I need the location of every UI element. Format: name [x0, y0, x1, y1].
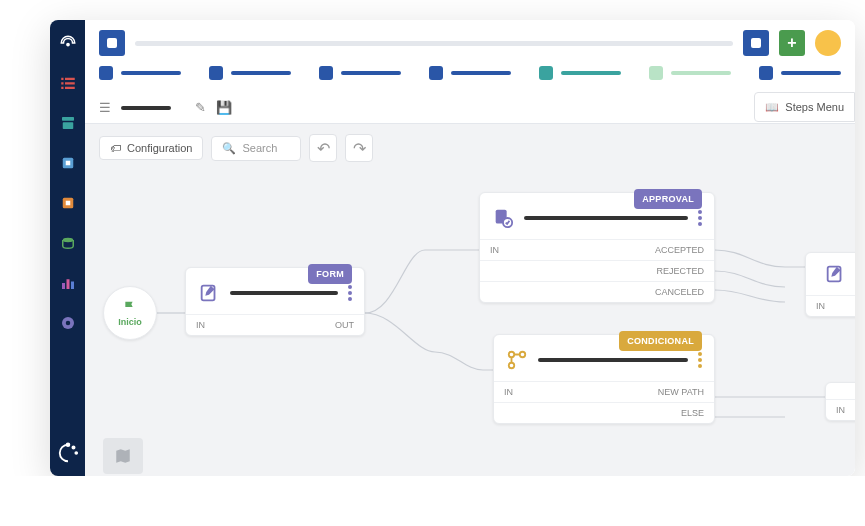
right-mini-node[interactable]: IN — [825, 382, 855, 421]
port-newpath: NEW PATH — [658, 387, 704, 397]
branch-icon — [506, 349, 528, 371]
tabs — [85, 66, 855, 92]
svg-point-13 — [62, 238, 73, 243]
conditional-menu-icon[interactable] — [698, 352, 702, 368]
form-tag: FORM — [308, 264, 352, 284]
conditional-node[interactable]: CONDICIONAL INNEW PATH ELSE — [493, 334, 715, 424]
svg-rect-2 — [65, 78, 75, 80]
svg-point-25 — [509, 352, 515, 358]
finance-icon[interactable] — [57, 232, 79, 254]
svg-rect-12 — [65, 201, 70, 206]
page-title — [135, 41, 733, 46]
form-menu-icon[interactable] — [348, 285, 352, 301]
conditional-title — [538, 358, 688, 362]
svg-rect-10 — [65, 161, 70, 166]
port-in: IN — [504, 387, 513, 397]
form-node[interactable]: FORM INOUT — [185, 267, 365, 336]
approval-title — [524, 216, 688, 220]
port-else: ELSE — [681, 408, 704, 418]
workspace: ☰ ✎ 💾 ⬇ ⛶ 🏷 Configuration 🔍 Search ↶ ↷ — [85, 92, 855, 476]
dashboard-icon[interactable] — [57, 32, 79, 54]
sidebar — [50, 20, 85, 476]
edit-mini-node[interactable]: IN — [805, 252, 855, 317]
svg-rect-5 — [61, 87, 63, 89]
add-button[interactable]: + — [779, 30, 805, 56]
tab[interactable] — [209, 66, 291, 80]
port-out: OUT — [335, 320, 354, 330]
edit-icon[interactable]: ✎ — [195, 100, 206, 115]
tab[interactable] — [429, 66, 511, 80]
svg-point-19 — [66, 443, 69, 446]
workspace-toolbar: ☰ ✎ 💾 ⬇ ⛶ — [85, 92, 855, 124]
conditional-tag: CONDICIONAL — [619, 331, 702, 351]
svg-point-0 — [66, 43, 68, 45]
undo-button[interactable]: ↶ — [309, 134, 337, 162]
app-frame: + ☰ ✎ 💾 ⬇ ⛶ 🏷 — [50, 20, 855, 476]
avatar[interactable] — [815, 30, 841, 56]
topbar: + — [85, 20, 855, 66]
settings-icon[interactable] — [57, 312, 79, 334]
module-b-icon[interactable] — [57, 192, 79, 214]
form-icon — [198, 282, 220, 304]
svg-point-18 — [65, 321, 70, 326]
svg-rect-8 — [62, 122, 73, 129]
search-input[interactable]: 🔍 Search — [211, 136, 301, 161]
approval-tag: APPROVAL — [634, 189, 702, 209]
svg-rect-15 — [66, 279, 69, 289]
list-icon[interactable] — [57, 72, 79, 94]
port-in: IN — [836, 405, 845, 415]
svg-rect-7 — [62, 117, 74, 121]
canvas[interactable]: Inicio FORM INOUT APPROVAL — [85, 172, 855, 476]
minimap-button[interactable] — [103, 438, 143, 474]
svg-rect-6 — [65, 87, 75, 89]
main: + ☰ ✎ 💾 ⬇ ⛶ 🏷 — [85, 20, 855, 476]
port-in: IN — [816, 301, 825, 311]
module-a-icon[interactable] — [57, 152, 79, 174]
edit-icon — [824, 263, 846, 285]
svg-rect-16 — [71, 282, 74, 290]
config-bar: 🏷 Configuration 🔍 Search ↶ ↷ — [85, 124, 855, 172]
home-button[interactable] — [99, 30, 125, 56]
menu-icon[interactable]: ☰ — [99, 100, 111, 115]
logo-icon — [57, 442, 79, 464]
approval-node[interactable]: APPROVAL INACCEPTED REJECTED CANCELED — [479, 192, 715, 303]
action-button[interactable] — [743, 30, 769, 56]
svg-rect-4 — [65, 82, 75, 84]
analytics-icon[interactable] — [57, 272, 79, 294]
tab[interactable] — [319, 66, 401, 80]
svg-point-27 — [520, 352, 526, 358]
port-accepted: ACCEPTED — [655, 245, 704, 255]
book-icon: 📖 — [765, 101, 779, 114]
redo-button[interactable]: ↷ — [345, 134, 373, 162]
steps-menu-button[interactable]: 📖 Steps Menu — [754, 92, 855, 122]
tab[interactable] — [99, 66, 181, 80]
configuration-button[interactable]: 🏷 Configuration — [99, 136, 203, 160]
save-icon[interactable]: 💾 — [216, 100, 232, 115]
svg-point-20 — [72, 446, 74, 448]
start-node[interactable]: Inicio — [103, 286, 157, 340]
start-label: Inicio — [118, 317, 142, 327]
svg-rect-14 — [62, 283, 65, 289]
svg-point-26 — [509, 363, 515, 369]
form-title — [230, 291, 338, 295]
workspace-title — [121, 106, 171, 110]
port-canceled: CANCELED — [655, 287, 704, 297]
tab[interactable] — [759, 66, 841, 80]
archive-icon[interactable] — [57, 112, 79, 134]
flag-icon — [122, 299, 138, 315]
tab[interactable] — [649, 66, 731, 80]
map-icon — [114, 447, 132, 465]
tag-icon: 🏷 — [110, 142, 121, 154]
approval-icon — [492, 207, 514, 229]
svg-point-21 — [75, 452, 77, 454]
approval-menu-icon[interactable] — [698, 210, 702, 226]
svg-rect-1 — [61, 78, 63, 80]
port-in: IN — [196, 320, 205, 330]
svg-rect-3 — [61, 82, 63, 84]
port-in: IN — [490, 245, 499, 255]
tab[interactable] — [539, 66, 621, 80]
search-icon: 🔍 — [222, 142, 236, 155]
port-rejected: REJECTED — [656, 266, 704, 276]
